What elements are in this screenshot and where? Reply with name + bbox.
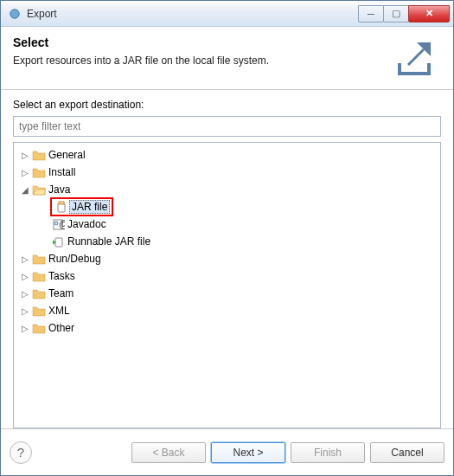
tree-item-other[interactable]: ▷ Other (16, 319, 438, 337)
expand-icon[interactable]: ▷ (19, 254, 31, 264)
tree-item-xml[interactable]: ▷ XML (16, 302, 438, 319)
minimize-button[interactable]: ─ (358, 5, 384, 23)
javadoc-icon: @ (50, 217, 66, 231)
tree-item-java[interactable]: ◢ Java (16, 181, 438, 198)
tree-label: XML (47, 305, 70, 317)
jar-icon (54, 200, 69, 214)
dialog-body: Select an export destination: ▷ General … (1, 90, 453, 428)
svg-rect-3 (59, 202, 64, 204)
tree-item-tasks[interactable]: ▷ Tasks (16, 267, 438, 285)
folder-icon (31, 269, 47, 283)
tree-label: Other (47, 322, 74, 334)
export-icon (393, 35, 441, 77)
folder-icon (31, 165, 47, 179)
close-button[interactable]: ✕ (408, 5, 450, 23)
tree-label: Javadoc (66, 218, 106, 230)
runnable-jar-icon (50, 235, 66, 248)
next-button[interactable]: Next > (211, 442, 285, 463)
tree-label: JAR file (69, 200, 110, 214)
titlebar[interactable]: Export ─ ▢ ✕ (1, 1, 453, 27)
tree-item-jar-file[interactable]: JAR file (16, 198, 438, 215)
selection-highlight: JAR file (50, 197, 113, 216)
tree-label: Runnable JAR file (66, 235, 150, 248)
tree-label: Tasks (47, 270, 75, 282)
svg-rect-7 (55, 238, 62, 247)
page-title: Select (13, 35, 386, 49)
collapse-icon[interactable]: ◢ (19, 185, 31, 195)
destination-label: Select an export destination: (13, 99, 441, 111)
cancel-button[interactable]: Cancel (370, 442, 444, 463)
expand-icon[interactable]: ▷ (19, 324, 31, 333)
svg-point-5 (54, 222, 58, 225)
tree-item-runnable-jar[interactable]: Runnable JAR file (16, 233, 438, 250)
folder-icon (31, 304, 47, 318)
dialog-footer: ? < Back Next > Finish Cancel (1, 428, 453, 475)
svg-point-0 (10, 9, 20, 18)
help-button[interactable]: ? (10, 441, 32, 464)
export-app-icon (8, 7, 22, 21)
export-dialog: Export ─ ▢ ✕ Select Export resources int… (0, 0, 454, 476)
window-controls: ─ ▢ ✕ (359, 5, 450, 23)
tree-label: Team (47, 287, 74, 299)
expand-icon[interactable]: ▷ (19, 289, 31, 299)
svg-text:@: @ (59, 218, 65, 230)
expand-icon[interactable]: ▷ (19, 272, 31, 281)
maximize-button[interactable]: ▢ (383, 5, 409, 23)
export-tree: ▷ General ▷ Install ◢ Java (16, 146, 438, 337)
expand-icon[interactable]: ▷ (19, 151, 31, 160)
expand-icon[interactable]: ▷ (19, 306, 31, 316)
folder-open-icon (31, 183, 47, 196)
tree-label: Run/Debug (47, 253, 101, 265)
titlebar-title: Export (27, 8, 359, 20)
folder-icon (31, 148, 47, 162)
finish-button[interactable]: Finish (291, 442, 365, 463)
tree-item-team[interactable]: ▷ Team (16, 285, 438, 302)
tree-container[interactable]: ▷ General ▷ Install ◢ Java (13, 142, 441, 428)
tree-item-javadoc[interactable]: @ Javadoc (16, 215, 438, 233)
filter-input[interactable] (13, 116, 441, 137)
folder-icon (31, 321, 47, 335)
expand-icon[interactable]: ▷ (19, 168, 31, 177)
folder-icon (31, 286, 47, 300)
tree-item-install[interactable]: ▷ Install (16, 164, 438, 181)
tree-label: General (47, 149, 86, 161)
folder-icon (31, 252, 47, 266)
tree-item-run-debug[interactable]: ▷ Run/Debug (16, 250, 438, 267)
tree-label: Install (47, 166, 75, 178)
back-button[interactable]: < Back (131, 442, 206, 463)
tree-item-general[interactable]: ▷ General (16, 146, 438, 164)
svg-line-1 (408, 49, 424, 65)
page-description: Export resources into a JAR file on the … (13, 55, 386, 67)
tree-label: Java (47, 183, 70, 196)
dialog-header: Select Export resources into a JAR file … (1, 27, 453, 90)
